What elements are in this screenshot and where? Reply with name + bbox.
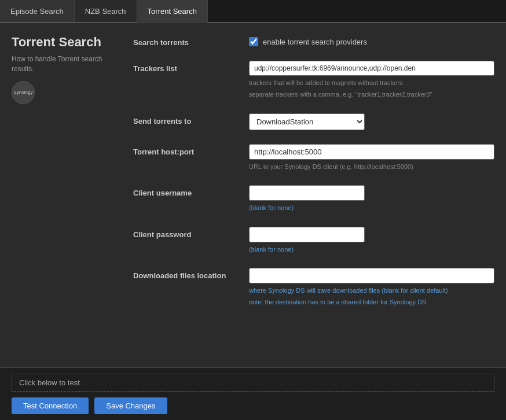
search-torrents-label: Search torrents: [133, 35, 249, 47]
save-changes-button[interactable]: Save Changes: [94, 397, 167, 414]
client-password-helper: (blank for none): [249, 245, 494, 254]
test-click-box: Click below to test: [12, 374, 494, 392]
torrent-host-port-input[interactable]: [249, 144, 494, 160]
tab-torrent-search-label: Torrent Search: [148, 7, 197, 16]
synology-logo: Synology: [12, 81, 35, 104]
send-torrents-to-select[interactable]: DownloadStation Transmission qBittorrent…: [249, 113, 365, 130]
enable-torrent-search-checkbox[interactable]: [249, 37, 258, 46]
tab-nzb-search[interactable]: NZB Search: [75, 0, 137, 22]
downloaded-files-location-helper1: where Synology DS will save downloaded f…: [249, 286, 494, 295]
tab-nzb-search-label: NZB Search: [85, 7, 126, 16]
client-password-label: Client password: [133, 227, 249, 239]
search-torrents-control: enable torrent search providers: [249, 35, 494, 46]
client-username-row: Client username (blank for none): [133, 185, 494, 212]
enable-torrent-search-checkbox-label: enable torrent search providers: [263, 38, 367, 46]
page-wrapper: Episode Search NZB Search Torrent Search…: [0, 0, 506, 420]
client-password-control: (blank for none): [249, 227, 494, 254]
enable-torrent-search-checkbox-row: enable torrent search providers: [249, 37, 494, 46]
sidebar: Torrent Search How to handle Torrent sea…: [0, 35, 127, 367]
test-connection-button[interactable]: Test Connection: [12, 397, 89, 414]
torrent-host-port-helper: URL to your Synology DS client (e.g. htt…: [249, 163, 494, 171]
torrent-host-port-label: Torrent host:port: [133, 144, 249, 156]
torrent-host-port-control: URL to your Synology DS client (e.g. htt…: [249, 144, 494, 171]
client-username-control: (blank for none): [249, 185, 494, 212]
tab-episode-search-label: Episode Search: [10, 7, 64, 16]
client-username-helper: (blank for none): [249, 204, 494, 212]
footer-area: Click below to test Test Connection Save…: [0, 367, 506, 420]
downloaded-files-location-input[interactable]: [249, 268, 494, 283]
client-username-label: Client username: [133, 185, 249, 197]
client-password-row: Client password (blank for none): [133, 227, 494, 254]
search-torrents-row: Search torrents enable torrent search pr…: [133, 35, 494, 47]
send-torrents-to-control: DownloadStation Transmission qBittorrent…: [249, 113, 494, 130]
downloaded-files-location-helper2: note: the destination has to be a shared…: [249, 298, 494, 307]
trackers-list-control: trackers that will be added to magnets w…: [249, 61, 494, 100]
synology-logo-text: Synology: [14, 90, 33, 95]
trackers-helper1: trackers that will be added to magnets w…: [249, 79, 494, 87]
sidebar-title: Torrent Search: [12, 35, 116, 50]
client-password-input[interactable]: [249, 227, 365, 242]
torrent-host-port-row: Torrent host:port URL to your Synology D…: [133, 144, 494, 171]
tab-episode-search[interactable]: Episode Search: [0, 0, 75, 22]
tab-torrent-search[interactable]: Torrent Search: [137, 0, 208, 23]
footer-buttons: Test Connection Save Changes: [12, 397, 494, 414]
content-wrapper: Torrent Search How to handle Torrent sea…: [0, 23, 506, 367]
send-torrents-to-label: Send torrents to: [133, 113, 249, 126]
client-username-input[interactable]: [249, 185, 365, 201]
downloaded-files-location-control: where Synology DS will save downloaded f…: [249, 268, 494, 307]
trackers-helper2: separate trackers with a comma, e.g. "tr…: [249, 90, 494, 99]
trackers-list-row: Trackers list trackers that will be adde…: [133, 61, 494, 100]
main-content: Torrent Search How to handle Torrent sea…: [0, 23, 506, 367]
sidebar-subtitle: How to handle Torrent search results.: [12, 54, 116, 74]
send-torrents-to-row: Send torrents to DownloadStation Transmi…: [133, 113, 494, 130]
test-click-box-text: Click below to test: [19, 378, 80, 387]
trackers-list-label: Trackers list: [133, 61, 249, 73]
form-area: Search torrents enable torrent search pr…: [127, 35, 506, 367]
downloaded-files-location-label: Downloaded files location: [133, 268, 249, 280]
trackers-list-input[interactable]: [249, 61, 494, 76]
downloaded-files-location-row: Downloaded files location where Synology…: [133, 268, 494, 307]
tab-bar: Episode Search NZB Search Torrent Search: [0, 0, 506, 23]
